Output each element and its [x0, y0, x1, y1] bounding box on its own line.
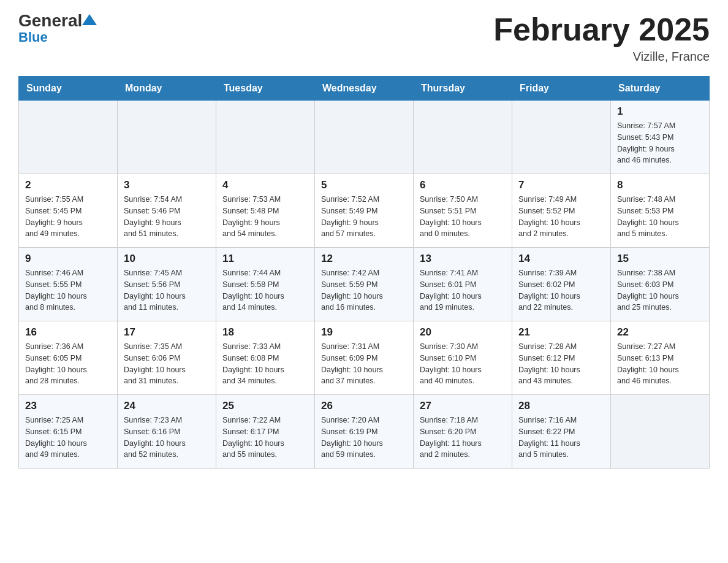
logo: General Blue — [18, 12, 98, 45]
logo-general: General — [18, 12, 82, 29]
calendar-day-cell: 9Sunrise: 7:46 AM Sunset: 5:55 PM Daylig… — [19, 248, 118, 321]
day-number: 25 — [222, 400, 308, 412]
location: Vizille, France — [493, 50, 710, 64]
calendar-day-cell — [19, 101, 118, 174]
day-number: 6 — [420, 179, 506, 191]
day-info: Sunrise: 7:53 AM Sunset: 5:48 PM Dayligh… — [222, 194, 308, 240]
calendar-week-row: 23Sunrise: 7:25 AM Sunset: 6:15 PM Dayli… — [19, 395, 710, 469]
day-number: 28 — [518, 400, 604, 412]
col-friday: Friday — [512, 77, 611, 101]
day-number: 9 — [25, 253, 111, 265]
calendar-header-row: Sunday Monday Tuesday Wednesday Thursday… — [19, 77, 710, 101]
day-info: Sunrise: 7:20 AM Sunset: 6:19 PM Dayligh… — [321, 415, 407, 461]
calendar-day-cell — [414, 101, 512, 174]
calendar-day-cell: 22Sunrise: 7:27 AM Sunset: 6:13 PM Dayli… — [611, 321, 710, 395]
day-number: 7 — [518, 179, 604, 191]
day-number: 19 — [321, 326, 407, 339]
day-info: Sunrise: 7:25 AM Sunset: 6:15 PM Dayligh… — [25, 415, 111, 461]
day-number: 10 — [124, 253, 210, 265]
day-number: 26 — [321, 400, 407, 412]
page-header: General Blue February 2025 Vizille, Fran… — [18, 12, 710, 64]
calendar-day-cell: 20Sunrise: 7:30 AM Sunset: 6:10 PM Dayli… — [414, 321, 512, 395]
day-info: Sunrise: 7:39 AM Sunset: 6:02 PM Dayligh… — [518, 267, 604, 313]
day-number: 16 — [25, 326, 111, 339]
day-info: Sunrise: 7:49 AM Sunset: 5:52 PM Dayligh… — [518, 194, 604, 240]
calendar-day-cell: 25Sunrise: 7:22 AM Sunset: 6:17 PM Dayli… — [216, 395, 315, 469]
calendar-day-cell: 26Sunrise: 7:20 AM Sunset: 6:19 PM Dayli… — [315, 395, 414, 469]
day-info: Sunrise: 7:54 AM Sunset: 5:46 PM Dayligh… — [124, 194, 210, 240]
calendar-day-cell: 5Sunrise: 7:52 AM Sunset: 5:49 PM Daylig… — [315, 174, 414, 248]
col-saturday: Saturday — [611, 77, 710, 101]
calendar-day-cell: 6Sunrise: 7:50 AM Sunset: 5:51 PM Daylig… — [414, 174, 512, 248]
calendar-week-row: 16Sunrise: 7:36 AM Sunset: 6:05 PM Dayli… — [19, 321, 710, 395]
col-tuesday: Tuesday — [216, 77, 315, 101]
month-title: February 2025 — [493, 12, 710, 47]
day-info: Sunrise: 7:44 AM Sunset: 5:58 PM Dayligh… — [222, 267, 308, 313]
col-sunday: Sunday — [19, 77, 118, 101]
calendar-day-cell: 4Sunrise: 7:53 AM Sunset: 5:48 PM Daylig… — [216, 174, 315, 248]
day-number: 8 — [617, 179, 703, 191]
day-number: 2 — [25, 179, 111, 191]
calendar-week-row: 9Sunrise: 7:46 AM Sunset: 5:55 PM Daylig… — [19, 248, 710, 321]
calendar-day-cell: 14Sunrise: 7:39 AM Sunset: 6:02 PM Dayli… — [512, 248, 611, 321]
day-number: 13 — [420, 253, 506, 265]
calendar-day-cell: 21Sunrise: 7:28 AM Sunset: 6:12 PM Dayli… — [512, 321, 611, 395]
day-info: Sunrise: 7:28 AM Sunset: 6:12 PM Dayligh… — [518, 341, 604, 387]
day-info: Sunrise: 7:36 AM Sunset: 6:05 PM Dayligh… — [25, 341, 111, 387]
day-number: 18 — [222, 326, 308, 339]
day-info: Sunrise: 7:16 AM Sunset: 6:22 PM Dayligh… — [518, 415, 604, 461]
day-number: 23 — [25, 400, 111, 412]
calendar-day-cell — [216, 101, 315, 174]
day-number: 11 — [222, 253, 308, 265]
day-number: 22 — [617, 326, 703, 339]
day-info: Sunrise: 7:55 AM Sunset: 5:45 PM Dayligh… — [25, 194, 111, 240]
calendar-day-cell: 24Sunrise: 7:23 AM Sunset: 6:16 PM Dayli… — [118, 395, 216, 469]
day-info: Sunrise: 7:31 AM Sunset: 6:09 PM Dayligh… — [321, 341, 407, 387]
logo-blue: Blue — [18, 29, 48, 45]
day-number: 17 — [124, 326, 210, 339]
col-thursday: Thursday — [414, 77, 512, 101]
day-number: 24 — [124, 400, 210, 412]
calendar-day-cell: 7Sunrise: 7:49 AM Sunset: 5:52 PM Daylig… — [512, 174, 611, 248]
day-number: 15 — [617, 253, 703, 265]
calendar-day-cell: 8Sunrise: 7:48 AM Sunset: 5:53 PM Daylig… — [611, 174, 710, 248]
day-info: Sunrise: 7:45 AM Sunset: 5:56 PM Dayligh… — [124, 267, 210, 313]
day-info: Sunrise: 7:33 AM Sunset: 6:08 PM Dayligh… — [222, 341, 308, 387]
calendar-day-cell: 1Sunrise: 7:57 AM Sunset: 5:43 PM Daylig… — [611, 101, 710, 174]
calendar-day-cell: 17Sunrise: 7:35 AM Sunset: 6:06 PM Dayli… — [118, 321, 216, 395]
calendar-day-cell: 28Sunrise: 7:16 AM Sunset: 6:22 PM Dayli… — [512, 395, 611, 469]
day-info: Sunrise: 7:35 AM Sunset: 6:06 PM Dayligh… — [124, 341, 210, 387]
day-number: 1 — [617, 105, 703, 118]
day-info: Sunrise: 7:27 AM Sunset: 6:13 PM Dayligh… — [617, 341, 703, 387]
calendar-week-row: 1Sunrise: 7:57 AM Sunset: 5:43 PM Daylig… — [19, 101, 710, 174]
logo-icon — [81, 12, 98, 29]
calendar-day-cell: 11Sunrise: 7:44 AM Sunset: 5:58 PM Dayli… — [216, 248, 315, 321]
calendar-week-row: 2Sunrise: 7:55 AM Sunset: 5:45 PM Daylig… — [19, 174, 710, 248]
calendar-day-cell: 3Sunrise: 7:54 AM Sunset: 5:46 PM Daylig… — [118, 174, 216, 248]
svg-marker-0 — [82, 14, 97, 25]
day-number: 20 — [420, 326, 506, 339]
calendar-day-cell: 15Sunrise: 7:38 AM Sunset: 6:03 PM Dayli… — [611, 248, 710, 321]
day-info: Sunrise: 7:50 AM Sunset: 5:51 PM Dayligh… — [420, 194, 506, 240]
calendar-day-cell: 19Sunrise: 7:31 AM Sunset: 6:09 PM Dayli… — [315, 321, 414, 395]
day-number: 12 — [321, 253, 407, 265]
calendar-day-cell — [315, 101, 414, 174]
day-info: Sunrise: 7:42 AM Sunset: 5:59 PM Dayligh… — [321, 267, 407, 313]
day-info: Sunrise: 7:52 AM Sunset: 5:49 PM Dayligh… — [321, 194, 407, 240]
day-number: 27 — [420, 400, 506, 412]
day-info: Sunrise: 7:22 AM Sunset: 6:17 PM Dayligh… — [222, 415, 308, 461]
calendar-day-cell: 23Sunrise: 7:25 AM Sunset: 6:15 PM Dayli… — [19, 395, 118, 469]
calendar-day-cell: 10Sunrise: 7:45 AM Sunset: 5:56 PM Dayli… — [118, 248, 216, 321]
day-number: 5 — [321, 179, 407, 191]
calendar-day-cell: 13Sunrise: 7:41 AM Sunset: 6:01 PM Dayli… — [414, 248, 512, 321]
day-info: Sunrise: 7:23 AM Sunset: 6:16 PM Dayligh… — [124, 415, 210, 461]
calendar-table: Sunday Monday Tuesday Wednesday Thursday… — [18, 76, 710, 469]
calendar-day-cell: 18Sunrise: 7:33 AM Sunset: 6:08 PM Dayli… — [216, 321, 315, 395]
day-info: Sunrise: 7:38 AM Sunset: 6:03 PM Dayligh… — [617, 267, 703, 313]
day-info: Sunrise: 7:30 AM Sunset: 6:10 PM Dayligh… — [420, 341, 506, 387]
calendar-day-cell: 16Sunrise: 7:36 AM Sunset: 6:05 PM Dayli… — [19, 321, 118, 395]
day-info: Sunrise: 7:18 AM Sunset: 6:20 PM Dayligh… — [420, 415, 506, 461]
day-info: Sunrise: 7:57 AM Sunset: 5:43 PM Dayligh… — [617, 120, 703, 166]
calendar-day-cell: 2Sunrise: 7:55 AM Sunset: 5:45 PM Daylig… — [19, 174, 118, 248]
title-block: February 2025 Vizille, France — [493, 12, 710, 64]
